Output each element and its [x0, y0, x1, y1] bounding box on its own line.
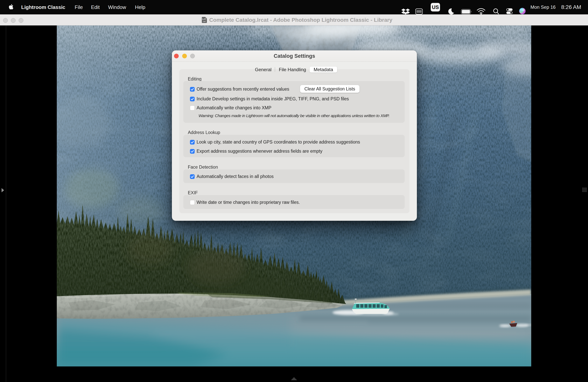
svg-text:LrC: LrC	[202, 18, 206, 20]
svg-text:CAT: CAT	[203, 21, 206, 22]
